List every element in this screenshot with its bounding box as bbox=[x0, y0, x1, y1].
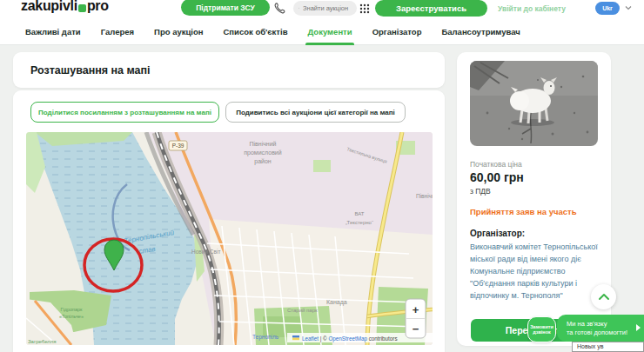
language-selector[interactable]: Ukr bbox=[595, 2, 620, 15]
map-section-card: Поділитися посиланням з розташуванням на… bbox=[13, 90, 445, 352]
search-box[interactable] bbox=[293, 1, 357, 16]
tab-organizer[interactable]: Організатор bbox=[372, 18, 422, 45]
login-link[interactable]: Увійти до кабінету bbox=[498, 4, 566, 13]
vat-note: з ПДВ bbox=[470, 187, 491, 196]
tab-balance-holder[interactable]: Балансоутримувач bbox=[441, 18, 520, 45]
notification-tooltip: Новых ув bbox=[572, 342, 644, 352]
organizer-label: Організатор: bbox=[470, 229, 525, 238]
map-label-factory: ВАТ bbox=[354, 211, 364, 216]
osm-link[interactable]: OpenStreetMap bbox=[328, 335, 367, 342]
organizer-link[interactable]: Виконавчий комітет Тернопільської місько… bbox=[470, 241, 600, 302]
tab-important-dates[interactable]: Важливі дати bbox=[25, 18, 81, 45]
svg-text:промисловий: промисловий bbox=[244, 149, 281, 156]
phone-icon[interactable] bbox=[273, 2, 286, 15]
map-label-kanada: Канада bbox=[326, 299, 347, 306]
logo-text-left: zakupivli bbox=[21, 0, 77, 14]
map-label-ternopil: Тернопіль bbox=[252, 334, 279, 341]
tab-gallery[interactable]: Галерея bbox=[101, 18, 134, 45]
road-ref-badge: Р-39 bbox=[169, 141, 187, 150]
share-location-button[interactable]: Поділитися посиланням з розташуванням на… bbox=[30, 102, 219, 123]
svg-text:«Топільче»: «Топільче» bbox=[59, 314, 84, 319]
tab-documents[interactable]: Документи bbox=[307, 18, 352, 45]
svg-text:Північний: Північний bbox=[416, 193, 433, 199]
logo-text-right: pro bbox=[87, 0, 109, 14]
page-title: Розташування на мапі bbox=[30, 64, 151, 76]
lot-photo-goat[interactable] bbox=[470, 61, 598, 146]
svg-text:Р-39: Р-39 bbox=[172, 143, 184, 149]
map-canvas: Р-39 Північний промисловий район Текстил… bbox=[26, 132, 433, 345]
svg-text:район: район bbox=[254, 158, 272, 165]
start-price-label: Початкова ціна bbox=[470, 160, 522, 169]
map-label-staryi-park: Старий парк bbox=[287, 308, 318, 313]
search-icon bbox=[299, 4, 299, 12]
tab-objects-list[interactable]: Список об'єктів bbox=[223, 18, 287, 45]
map-label-hidropark: Гідропарк bbox=[60, 307, 83, 312]
view-all-auctions-button[interactable]: Подивитись всі аукціони цієї категорії н… bbox=[225, 102, 406, 123]
chat-collapse-button[interactable] bbox=[591, 284, 616, 309]
chat-greeting-bubble[interactable]: Ми на зв'язку та готові допомогти! bbox=[557, 315, 644, 342]
logo-square-icon bbox=[78, 4, 86, 12]
chevron-down-icon bbox=[625, 4, 632, 11]
status-badge: Прийняття заяв на участь bbox=[470, 207, 577, 216]
chat-arrow-icon bbox=[636, 324, 641, 331]
site-logo[interactable]: zakupivlipro bbox=[21, 0, 109, 14]
svg-text:„Текстерно“: „Текстерно“ bbox=[345, 220, 373, 225]
zoom-out-button[interactable]: − bbox=[413, 322, 419, 335]
support-army-button[interactable]: Підтримати ЗСУ bbox=[181, 0, 270, 16]
map-zoom-control: + − bbox=[406, 299, 426, 338]
start-price-value: 60,00 грн bbox=[470, 170, 524, 184]
apps-grid-icon[interactable] bbox=[359, 3, 370, 14]
section-title-card: Розташування на мапі bbox=[13, 52, 445, 88]
auction-summary-card: Початкова ціна 60,00 грн з ПДВ Прийняття… bbox=[457, 52, 611, 346]
search-input[interactable] bbox=[303, 4, 352, 12]
map-label-zahrebellia: Загребелля bbox=[28, 339, 57, 344]
top-bar: zakupivlipro Підтримати ЗСУ Зареєструват… bbox=[0, 0, 644, 18]
map-label-novyi-svit: Новий Світ bbox=[191, 249, 220, 255]
svg-text:Leaflet | © OpenStreetMap cont: Leaflet | © OpenStreetMap contributors bbox=[302, 335, 398, 342]
tab-bar: Важливі дати Галерея Про аукціон Список … bbox=[0, 18, 644, 45]
map-label-district: Північний bbox=[249, 141, 276, 147]
leaflet-link[interactable]: Leaflet bbox=[302, 335, 319, 342]
chevron-up-icon bbox=[598, 293, 610, 301]
register-button[interactable]: Зареєструватись bbox=[375, 0, 487, 17]
tab-about-auction[interactable]: Про аукціон bbox=[154, 18, 203, 45]
map[interactable]: Р-39 Північний промисловий район Текстил… bbox=[26, 132, 433, 345]
order-call-button[interactable]: Замовити дзвінок bbox=[527, 316, 556, 342]
zoom-in-button[interactable]: + bbox=[413, 303, 419, 316]
